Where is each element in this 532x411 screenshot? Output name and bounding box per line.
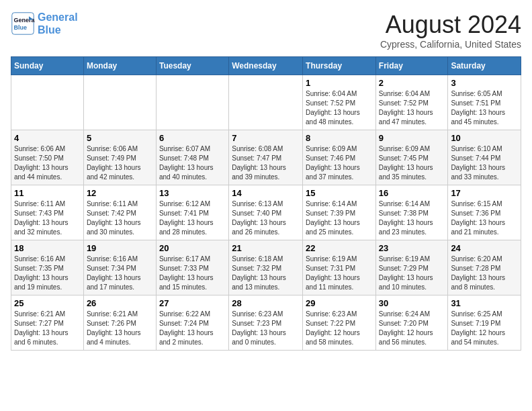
day-number: 31 [451, 298, 518, 308]
location: Cypress, California, United States [380, 39, 521, 50]
calendar-cell: 21Sunrise: 6:18 AMSunset: 7:32 PMDayligh… [229, 240, 303, 295]
day-number: 11 [14, 188, 81, 198]
day-number: 16 [379, 188, 445, 198]
day-info: Sunrise: 6:24 AMSunset: 7:20 PMDaylight:… [379, 310, 445, 347]
calendar-cell: 28Sunrise: 6:23 AMSunset: 7:23 PMDayligh… [229, 295, 303, 351]
day-info: Sunrise: 6:23 AMSunset: 7:23 PMDaylight:… [232, 310, 300, 347]
day-info: Sunrise: 6:16 AMSunset: 7:35 PMDaylight:… [14, 255, 81, 292]
calendar-cell [11, 75, 84, 130]
day-number: 13 [159, 188, 226, 198]
day-info: Sunrise: 6:19 AMSunset: 7:29 PMDaylight:… [379, 255, 445, 292]
calendar-cell: 23Sunrise: 6:19 AMSunset: 7:29 PMDayligh… [375, 240, 448, 295]
calendar-cell: 1Sunrise: 6:04 AMSunset: 7:52 PMDaylight… [303, 75, 376, 130]
calendar-cell: 6Sunrise: 6:07 AMSunset: 7:48 PMDaylight… [156, 130, 228, 185]
weekday-header-tuesday: Tuesday [156, 57, 228, 75]
calendar-cell: 24Sunrise: 6:20 AMSunset: 7:28 PMDayligh… [448, 240, 521, 295]
calendar-cell [229, 75, 303, 130]
day-number: 25 [14, 298, 81, 308]
day-number: 17 [451, 188, 518, 198]
day-info: Sunrise: 6:19 AMSunset: 7:31 PMDaylight:… [306, 255, 373, 292]
calendar-cell: 13Sunrise: 6:12 AMSunset: 7:41 PMDayligh… [156, 185, 228, 240]
weekday-header-thursday: Thursday [303, 57, 376, 75]
calendar-cell: 31Sunrise: 6:25 AMSunset: 7:19 PMDayligh… [448, 295, 521, 351]
day-info: Sunrise: 6:08 AMSunset: 7:47 PMDaylight:… [232, 144, 300, 182]
calendar-cell: 14Sunrise: 6:13 AMSunset: 7:40 PMDayligh… [229, 185, 303, 240]
day-info: Sunrise: 6:04 AMSunset: 7:52 PMDaylight:… [306, 89, 373, 127]
day-info: Sunrise: 6:09 AMSunset: 7:46 PMDaylight:… [306, 144, 373, 182]
day-info: Sunrise: 6:09 AMSunset: 7:45 PMDaylight:… [379, 144, 445, 182]
day-number: 15 [306, 188, 373, 198]
day-info: Sunrise: 6:11 AMSunset: 7:42 PMDaylight:… [87, 199, 153, 237]
day-number: 10 [451, 133, 518, 143]
logo-icon: General Blue [11, 11, 35, 36]
day-number: 29 [306, 298, 373, 308]
svg-text:Blue: Blue [14, 24, 28, 31]
day-info: Sunrise: 6:06 AMSunset: 7:50 PMDaylight:… [14, 144, 81, 182]
calendar-cell: 25Sunrise: 6:21 AMSunset: 7:27 PMDayligh… [11, 295, 84, 351]
day-info: Sunrise: 6:18 AMSunset: 7:32 PMDaylight:… [232, 255, 300, 292]
calendar-cell: 26Sunrise: 6:21 AMSunset: 7:26 PMDayligh… [83, 295, 156, 351]
calendar-cell: 3Sunrise: 6:05 AMSunset: 7:51 PMDaylight… [448, 75, 521, 130]
svg-text:General: General [14, 17, 36, 24]
day-info: Sunrise: 6:13 AMSunset: 7:40 PMDaylight:… [232, 199, 300, 237]
page-header: General Blue General Blue August 2024 Cy… [11, 11, 521, 50]
day-number: 12 [87, 188, 153, 198]
calendar-cell [83, 75, 156, 130]
day-number: 5 [87, 133, 153, 143]
day-number: 23 [379, 243, 445, 253]
calendar-cell: 7Sunrise: 6:08 AMSunset: 7:47 PMDaylight… [229, 130, 303, 185]
day-number: 18 [14, 243, 81, 253]
calendar-cell: 18Sunrise: 6:16 AMSunset: 7:35 PMDayligh… [11, 240, 84, 295]
day-number: 22 [306, 243, 373, 253]
calendar-cell: 29Sunrise: 6:23 AMSunset: 7:22 PMDayligh… [303, 295, 376, 351]
day-info: Sunrise: 6:10 AMSunset: 7:44 PMDaylight:… [451, 144, 518, 182]
day-info: Sunrise: 6:23 AMSunset: 7:22 PMDaylight:… [306, 310, 373, 347]
calendar-cell: 9Sunrise: 6:09 AMSunset: 7:45 PMDaylight… [375, 130, 448, 185]
calendar-cell: 2Sunrise: 6:04 AMSunset: 7:52 PMDaylight… [375, 75, 448, 130]
day-number: 24 [451, 243, 518, 253]
day-info: Sunrise: 6:14 AMSunset: 7:38 PMDaylight:… [379, 199, 445, 237]
calendar-cell: 27Sunrise: 6:22 AMSunset: 7:24 PMDayligh… [156, 295, 228, 351]
day-info: Sunrise: 6:11 AMSunset: 7:43 PMDaylight:… [14, 199, 81, 237]
day-number: 6 [159, 133, 226, 143]
day-info: Sunrise: 6:17 AMSunset: 7:33 PMDaylight:… [159, 255, 226, 292]
month-year: August 2024 [380, 11, 521, 39]
day-number: 2 [379, 78, 445, 88]
weekday-header-friday: Friday [375, 57, 448, 75]
day-number: 9 [379, 133, 445, 143]
weekday-header-wednesday: Wednesday [229, 57, 303, 75]
day-number: 20 [159, 243, 226, 253]
calendar-cell: 17Sunrise: 6:15 AMSunset: 7:36 PMDayligh… [448, 185, 521, 240]
calendar-cell: 5Sunrise: 6:06 AMSunset: 7:49 PMDaylight… [83, 130, 156, 185]
day-info: Sunrise: 6:20 AMSunset: 7:28 PMDaylight:… [451, 255, 518, 292]
day-info: Sunrise: 6:14 AMSunset: 7:39 PMDaylight:… [306, 199, 373, 237]
calendar-cell: 10Sunrise: 6:10 AMSunset: 7:44 PMDayligh… [448, 130, 521, 185]
day-number: 30 [379, 298, 445, 308]
calendar-cell: 16Sunrise: 6:14 AMSunset: 7:38 PMDayligh… [375, 185, 448, 240]
day-info: Sunrise: 6:12 AMSunset: 7:41 PMDaylight:… [159, 199, 226, 237]
calendar-cell: 12Sunrise: 6:11 AMSunset: 7:42 PMDayligh… [83, 185, 156, 240]
day-number: 27 [159, 298, 226, 308]
day-number: 1 [306, 78, 373, 88]
day-info: Sunrise: 6:16 AMSunset: 7:34 PMDaylight:… [87, 255, 153, 292]
calendar-cell: 4Sunrise: 6:06 AMSunset: 7:50 PMDaylight… [11, 130, 84, 185]
calendar-cell: 30Sunrise: 6:24 AMSunset: 7:20 PMDayligh… [375, 295, 448, 351]
day-info: Sunrise: 6:25 AMSunset: 7:19 PMDaylight:… [451, 310, 518, 347]
calendar-cell [156, 75, 228, 130]
weekday-header-monday: Monday [83, 57, 156, 75]
title-block: August 2024 Cypress, California, United … [380, 11, 521, 50]
weekday-header-sunday: Sunday [11, 57, 84, 75]
day-info: Sunrise: 6:21 AMSunset: 7:27 PMDaylight:… [14, 310, 81, 347]
day-info: Sunrise: 6:22 AMSunset: 7:24 PMDaylight:… [159, 310, 226, 347]
day-number: 4 [14, 133, 81, 143]
calendar-table: SundayMondayTuesdayWednesdayThursdayFrid… [11, 56, 521, 351]
day-info: Sunrise: 6:21 AMSunset: 7:26 PMDaylight:… [87, 310, 153, 347]
day-number: 14 [232, 188, 300, 198]
day-number: 3 [451, 78, 518, 88]
calendar-cell: 11Sunrise: 6:11 AMSunset: 7:43 PMDayligh… [11, 185, 84, 240]
weekday-header-saturday: Saturday [448, 57, 521, 75]
calendar-cell: 8Sunrise: 6:09 AMSunset: 7:46 PMDaylight… [303, 130, 376, 185]
day-info: Sunrise: 6:15 AMSunset: 7:36 PMDaylight:… [451, 199, 518, 237]
logo-text: General Blue [38, 11, 78, 36]
day-number: 26 [87, 298, 153, 308]
